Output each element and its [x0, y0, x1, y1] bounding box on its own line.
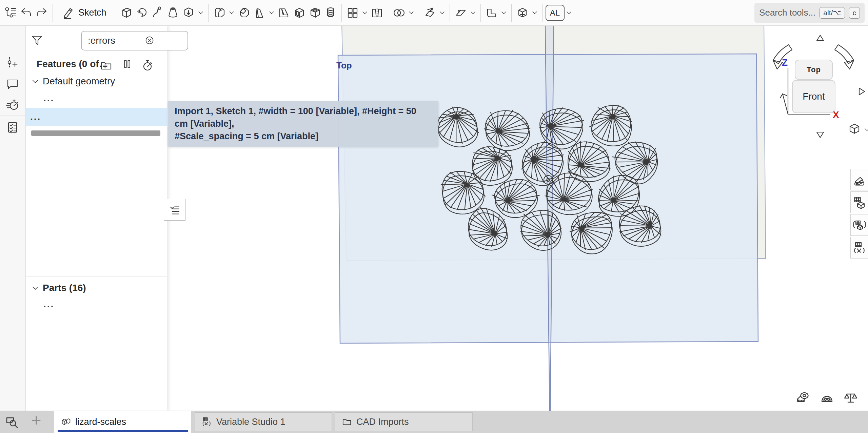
custom-table-panel-button[interactable]: [850, 214, 868, 236]
thicken-dropdown[interactable]: [196, 3, 205, 23]
appearance-panel-button[interactable]: [850, 169, 868, 190]
thicken-button[interactable]: [181, 3, 196, 23]
comments-button[interactable]: [5, 77, 20, 91]
sweep-button[interactable]: [150, 3, 165, 23]
tab-cad-imports[interactable]: CAD Imports: [335, 412, 473, 431]
suppress-rollback-pause-button[interactable]: [122, 59, 135, 71]
chevron-down-icon[interactable]: [30, 76, 40, 86]
revolve-button[interactable]: [134, 3, 150, 23]
strip-divider: [0, 116, 25, 116]
view-cube[interactable]: Top Front Z X: [772, 31, 868, 143]
mirror-button[interactable]: [369, 3, 385, 23]
hole-icon: [308, 6, 322, 20]
rib-button[interactable]: [276, 3, 292, 23]
view-cube-front-face[interactable]: Front: [792, 80, 835, 113]
sheet-metal-dropdown[interactable]: [499, 3, 508, 23]
version-plus-icon: [6, 56, 19, 69]
configuration-panel-button[interactable]: [850, 191, 868, 213]
fillet-button[interactable]: [212, 3, 227, 23]
follow-checklist-button[interactable]: [5, 120, 20, 135]
draft-dropdown[interactable]: [267, 3, 276, 23]
tooltip-line-2: #Scale_spacing = 5 cm [Variable]: [175, 130, 432, 143]
shortcut-key-badge: c: [849, 7, 860, 19]
tree-item-default-geometry[interactable]: Default geometry: [25, 74, 167, 89]
graphics-area[interactable]: Top: [167, 25, 868, 411]
chevron-down-icon: [196, 8, 205, 17]
transform-button[interactable]: [422, 3, 438, 23]
feature-toolbar: Sketch: [0, 0, 868, 26]
folder-plus-icon: [99, 59, 113, 72]
sheet-metal-button[interactable]: [484, 3, 499, 23]
protractor-icon: [819, 390, 835, 406]
toolbar-divider: [53, 4, 53, 22]
view-cube-top-face[interactable]: Top: [795, 60, 833, 80]
al-dropdown[interactable]: [565, 3, 573, 23]
enclose-dropdown[interactable]: [530, 3, 539, 23]
stack-button[interactable]: [323, 3, 338, 23]
mass-properties-button[interactable]: [843, 390, 859, 406]
boolean-dropdown[interactable]: [407, 3, 416, 23]
add-tab-button[interactable]: +: [28, 410, 44, 430]
plane-dropdown[interactable]: [469, 3, 477, 23]
performance-stopwatch-icon: [6, 98, 19, 112]
chevron-down-icon[interactable]: [30, 283, 40, 293]
view-menu-cube-button[interactable]: [848, 122, 863, 137]
boolean-button[interactable]: [391, 3, 407, 23]
right-panel-buttons: [850, 169, 868, 259]
variable-table-icon: [853, 241, 866, 254]
tape-measure-button[interactable]: [795, 390, 811, 406]
shell-button[interactable]: [292, 3, 307, 23]
balance-scale-icon: [843, 390, 859, 406]
parts-header-row[interactable]: Parts (16): [25, 280, 167, 296]
al-tool-button[interactable]: AL: [546, 5, 565, 21]
linear-pattern-dropdown[interactable]: [360, 3, 369, 23]
sheet-metal-icon: [485, 6, 498, 20]
boolean-icon: [392, 6, 406, 20]
variable-table-panel-button[interactable]: [850, 237, 868, 259]
chamfer-button[interactable]: [236, 3, 252, 23]
performance-button[interactable]: [5, 98, 20, 112]
linear-pattern-icon: [346, 6, 359, 20]
add-folder-button[interactable]: [99, 59, 112, 71]
features-header: Features (0 of…: [37, 59, 108, 69]
sketch-button[interactable]: Sketch: [56, 3, 112, 23]
loft-icon: [166, 6, 180, 20]
protractor-button[interactable]: [819, 390, 835, 406]
regeneration-timer-button[interactable]: [141, 59, 154, 71]
redo-icon: [35, 6, 48, 20]
feature-list-toggle-button[interactable]: [3, 3, 18, 23]
configuration-table-icon: [853, 195, 866, 209]
clear-filter-button[interactable]: [144, 35, 156, 47]
parts-header: Parts (16): [43, 283, 86, 293]
search-tools-box[interactable]: Search tools... alt/⌥ c: [754, 3, 865, 23]
filter-funnel-icon[interactable]: [30, 34, 44, 48]
tab-variable-studio-1[interactable]: Variable Studio 1: [195, 412, 332, 431]
chevron-down-icon: [863, 125, 868, 134]
variable-studio-icon: [201, 416, 212, 427]
feature-filter-input[interactable]: [81, 31, 188, 50]
draft-button[interactable]: [252, 3, 267, 23]
chevron-down-icon: [469, 8, 477, 17]
linear-pattern-button[interactable]: [345, 3, 360, 23]
selected-feature-row[interactable]: ...: [25, 108, 167, 126]
computing-progress-bar: [31, 130, 160, 136]
appearance-swatches-icon: [853, 173, 866, 186]
view-menu-dropdown[interactable]: [863, 125, 868, 134]
extrude-button[interactable]: [118, 3, 134, 23]
cylinder-stack-icon: [324, 6, 337, 20]
pause-icon: [122, 59, 133, 69]
redo-button[interactable]: [34, 3, 50, 23]
plane-button[interactable]: [453, 3, 469, 23]
fillet-dropdown[interactable]: [227, 3, 236, 23]
undo-button[interactable]: [18, 3, 34, 23]
enclose-button[interactable]: [515, 3, 530, 23]
feature-list-flyout-button[interactable]: [164, 199, 185, 221]
hole-button[interactable]: [307, 3, 323, 23]
loft-button[interactable]: [165, 3, 181, 23]
left-icon-strip: [0, 25, 26, 411]
search-tabs-button[interactable]: [4, 414, 20, 430]
transform-dropdown[interactable]: [438, 3, 447, 23]
close-icon: [144, 35, 155, 46]
create-version-button[interactable]: [5, 55, 20, 69]
mirror-icon: [370, 6, 384, 20]
